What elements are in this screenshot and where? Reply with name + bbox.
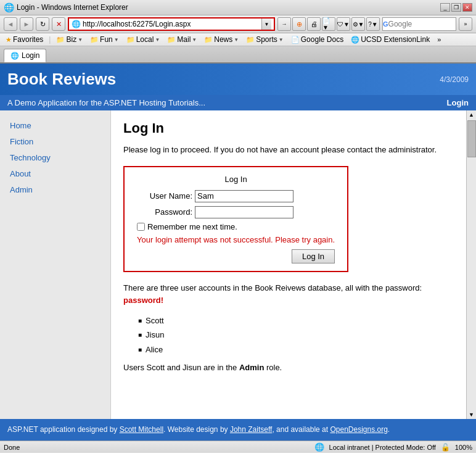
roles-text: Users Scott and Jisun are in the Admin r… — [123, 362, 454, 375]
status-text: Done — [4, 444, 20, 451]
favorites-bar: ★ Favorites | 📁 Biz ▼ 📁 Fun ▼ 📁 Local ▼ … — [0, 33, 476, 46]
fun-dropdown-icon: ▼ — [114, 37, 119, 43]
username-row: User Name: — [137, 190, 335, 202]
page-button[interactable]: 📄▼ — [322, 17, 335, 31]
ie-logo-icon: 🌐 — [4, 2, 14, 12]
list-item: Jisun — [138, 328, 454, 342]
favorites-extend[interactable]: » — [435, 35, 443, 44]
rss-button[interactable]: ⊕ — [292, 17, 306, 31]
tab-login[interactable]: 🌐 Login — [4, 49, 46, 62]
scroll-up-button[interactable]: ▲ — [467, 110, 475, 119]
login-submit-button[interactable]: Log In — [292, 249, 335, 263]
sidebar: Home Fiction Technology About Admin — [0, 110, 111, 419]
back-button[interactable]: ◄ — [4, 17, 17, 31]
favorites-sports[interactable]: 📁 Sports ▼ — [244, 35, 285, 44]
favorites-google-docs[interactable]: 📄 Google Docs — [289, 35, 345, 44]
news-label: News — [214, 35, 232, 44]
sports-favicon: 📁 — [246, 36, 255, 44]
footer-link-opendesigns[interactable]: OpenDesigns.org — [330, 425, 387, 434]
footer-link-scott[interactable]: Scott Mitchell — [120, 425, 163, 434]
site-footer: ASP.NET application designed by Scott Mi… — [0, 419, 476, 441]
list-item: Scott — [138, 313, 454, 328]
sports-label: Sports — [256, 35, 277, 44]
sidebar-nav: Home Fiction Technology About Admin — [0, 118, 110, 198]
sidebar-item-home[interactable]: Home — [0, 118, 110, 134]
search-box[interactable]: G 🔍 — [382, 17, 456, 31]
favorites-news[interactable]: 📁 News ▼ — [202, 35, 240, 44]
news-dropdown-icon: ▼ — [234, 37, 239, 43]
favorites-local[interactable]: 📁 Local ▼ — [125, 35, 162, 44]
fun-label: Fun — [100, 35, 113, 44]
info-text: There are three user accounts in the Boo… — [123, 282, 454, 308]
minimize-button[interactable]: _ — [440, 3, 450, 12]
star-icon: ★ — [6, 36, 12, 44]
subtitle-bar: A Demo Application for the ASP.NET Hosti… — [0, 95, 476, 110]
biz-dropdown-icon: ▼ — [78, 37, 83, 43]
footer-text3: , and available at — [272, 425, 330, 434]
site-date: 4/3/2009 — [440, 75, 469, 84]
google-logo: G — [383, 18, 388, 30]
sidebar-item-about[interactable]: About — [0, 166, 110, 182]
restore-button[interactable]: ❒ — [451, 3, 461, 12]
remember-label: Remember me next time. — [147, 222, 237, 231]
zoom-text: 100% — [455, 444, 472, 451]
favorites-ucsd[interactable]: 🌐 UCSD ExtensionLink — [349, 35, 432, 44]
extend-button[interactable]: » — [459, 17, 472, 31]
scroll-down-button[interactable]: ▼ — [467, 410, 475, 419]
close-button[interactable]: ✕ — [462, 3, 472, 12]
username-input[interactable] — [195, 190, 293, 202]
fun-favicon: 📁 — [90, 36, 99, 44]
remember-checkbox[interactable] — [137, 223, 145, 231]
scrollbar[interactable]: ▲ ▼ — [466, 110, 476, 419]
local-favicon: 📁 — [126, 36, 135, 44]
biz-label: Biz — [66, 35, 76, 44]
browser-titlebar: 🌐 Login - Windows Internet Explorer _ ❒ … — [0, 0, 476, 15]
site-header: Book Reviews 4/3/2009 — [0, 64, 476, 95]
safety-button[interactable]: 🛡▼ — [337, 17, 350, 31]
page-heading: Log In — [123, 120, 454, 136]
mail-favicon: 📁 — [167, 36, 176, 44]
list-item: Alice — [138, 342, 454, 357]
stop-button[interactable]: ✕ — [52, 17, 65, 31]
address-dropdown-button[interactable]: ▼ — [261, 19, 271, 30]
scroll-thumb[interactable] — [467, 120, 476, 157]
login-box-title: Log In — [137, 175, 335, 184]
status-bar-right: 🌐 Local intranet | Protected Mode: Off 🔓… — [314, 442, 472, 452]
print-button[interactable]: 🖨 — [307, 17, 321, 31]
favorites-star-button[interactable]: ★ Favorites — [4, 35, 45, 44]
sports-dropdown-icon: ▼ — [279, 37, 284, 43]
login-submit-row: Log In — [137, 249, 335, 263]
status-bar: Done 🌐 Local intranet | Protected Mode: … — [0, 441, 476, 453]
forward-button[interactable]: ► — [20, 17, 33, 31]
password-input[interactable] — [195, 206, 293, 218]
browser-title: Login - Windows Internet Explorer — [17, 3, 438, 12]
address-input[interactable] — [83, 20, 261, 28]
sidebar-item-technology[interactable]: Technology — [0, 150, 110, 166]
header-login-link[interactable]: Login — [447, 98, 469, 107]
tab-favicon-icon: 🌐 — [10, 52, 19, 60]
username-label: User Name: — [137, 191, 192, 201]
nav-action-icons: → ⊕ 🖨 📄▼ 🛡▼ ⚙▼ ?▼ — [277, 17, 380, 31]
content-area: Log In Please log in to proceed. If you … — [111, 110, 466, 419]
tab-bar: 🌐 Login — [0, 46, 476, 64]
ucsd-favicon: 🌐 — [351, 36, 359, 44]
roles-text-part2: role. — [264, 363, 282, 372]
sidebar-item-fiction[interactable]: Fiction — [0, 134, 110, 150]
favorites-mail[interactable]: 📁 Mail ▼ — [165, 35, 199, 44]
help-button[interactable]: ?▼ — [366, 17, 380, 31]
footer-link-john[interactable]: John Zaitseff — [230, 425, 272, 434]
favorites-biz[interactable]: 📁 Biz ▼ — [54, 35, 84, 44]
password-row: Password: — [137, 206, 335, 218]
address-bar[interactable]: 🌐 ▼ — [68, 17, 275, 31]
google-docs-label: Google Docs — [301, 35, 343, 44]
news-favicon: 📁 — [204, 36, 213, 44]
favorites-fun[interactable]: 📁 Fun ▼ — [88, 35, 121, 44]
subtitle-text: A Demo Application for the ASP.NET Hosti… — [7, 98, 205, 107]
navigate-button[interactable]: → — [277, 17, 291, 31]
tools-button[interactable]: ⚙▼ — [351, 17, 365, 31]
refresh-button[interactable]: ↻ — [36, 17, 49, 31]
sidebar-item-admin[interactable]: Admin — [0, 182, 110, 198]
ie-page-icon: 🌐 — [72, 20, 81, 28]
password-display: password! — [123, 296, 163, 305]
zone-icon: 🌐 — [314, 442, 324, 452]
